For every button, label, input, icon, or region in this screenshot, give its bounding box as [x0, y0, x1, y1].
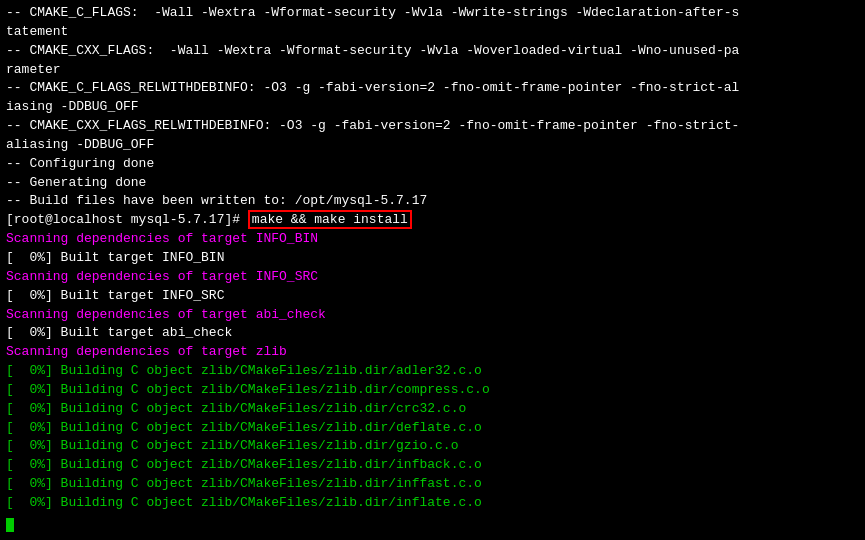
cmake-c-relwithdebinfo-line-cont: iasing -DDBUG_OFF	[6, 98, 859, 117]
scanning-info-src-line: Scanning dependencies of target INFO_SRC	[6, 268, 859, 287]
make-command: make && make install	[248, 210, 412, 229]
terminal-cursor	[6, 518, 14, 532]
cmake-c-flags-line-cont: tatement	[6, 23, 859, 42]
scanning-abi-check-line: Scanning dependencies of target abi_chec…	[6, 306, 859, 325]
cmake-c-flags-line: -- CMAKE_C_FLAGS: -Wall -Wextra -Wformat…	[6, 4, 859, 23]
cmake-cxx-relwithdebinfo-line: -- CMAKE_CXX_FLAGS_RELWITHDEBINFO: -O3 -…	[6, 117, 859, 136]
cmake-cxx-relwithdebinfo-line-cont: aliasing -DDBUG_OFF	[6, 136, 859, 155]
built-info-src-line: [ 0%] Built target INFO_SRC	[6, 287, 859, 306]
cmake-cxx-flags-line: -- CMAKE_CXX_FLAGS: -Wall -Wextra -Wform…	[6, 42, 859, 61]
build-infback-line: [ 0%] Building C object zlib/CMakeFiles/…	[6, 456, 859, 475]
configuring-done-line: -- Configuring done	[6, 155, 859, 174]
build-inflate-line: [ 0%] Building C object zlib/CMakeFiles/…	[6, 494, 859, 513]
build-crc32-line: [ 0%] Building C object zlib/CMakeFiles/…	[6, 400, 859, 419]
built-abi-check-line: [ 0%] Built target abi_check	[6, 324, 859, 343]
cursor-line	[6, 513, 859, 532]
terminal-window: -- CMAKE_C_FLAGS: -Wall -Wextra -Wformat…	[0, 0, 865, 540]
built-info-bin-line: [ 0%] Built target INFO_BIN	[6, 249, 859, 268]
build-compress-line: [ 0%] Building C object zlib/CMakeFiles/…	[6, 381, 859, 400]
command-line: [root@localhost mysql-5.7.17]# make && m…	[6, 211, 859, 230]
prompt: [root@localhost mysql-5.7.17]#	[6, 212, 248, 227]
build-adler32-line: [ 0%] Building C object zlib/CMakeFiles/…	[6, 362, 859, 381]
build-files-line: -- Build files have been written to: /op…	[6, 192, 859, 211]
generating-done-line: -- Generating done	[6, 174, 859, 193]
cmake-cxx-flags-line-cont: rameter	[6, 61, 859, 80]
build-deflate-line: [ 0%] Building C object zlib/CMakeFiles/…	[6, 419, 859, 438]
scanning-info-bin-line: Scanning dependencies of target INFO_BIN	[6, 230, 859, 249]
build-inffast-line: [ 0%] Building C object zlib/CMakeFiles/…	[6, 475, 859, 494]
scanning-zlib-line: Scanning dependencies of target zlib	[6, 343, 859, 362]
cmake-c-relwithdebinfo-line: -- CMAKE_C_FLAGS_RELWITHDEBINFO: -O3 -g …	[6, 79, 859, 98]
build-gzio-line: [ 0%] Building C object zlib/CMakeFiles/…	[6, 437, 859, 456]
